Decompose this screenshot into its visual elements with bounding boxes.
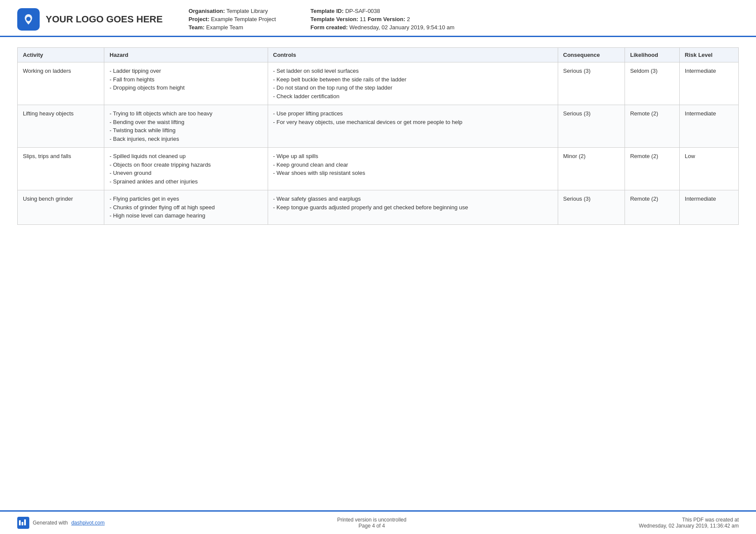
header: YOUR LOGO GOES HERE Organisation: Templa… xyxy=(0,0,756,37)
pdf-label: This PDF was created at xyxy=(639,517,739,523)
cell-activity: Lifting heavy objects xyxy=(18,105,104,148)
logo-text: YOUR LOGO GOES HERE xyxy=(46,14,162,25)
project-row: Project: Example Template Project xyxy=(188,16,276,22)
cell-activity: Slips, trips and falls xyxy=(18,148,104,190)
cell-likelihood: Remote (2) xyxy=(625,105,679,148)
footer-center: Printed version is uncontrolled Page 4 o… xyxy=(337,517,406,529)
table-row: Lifting heavy objects- Trying to lift ob… xyxy=(18,105,739,148)
org-value: Template Library xyxy=(226,8,268,14)
form-created-label: Form created: xyxy=(310,24,348,31)
cell-likelihood: Remote (2) xyxy=(625,148,679,190)
pdf-date: Wednesday, 02 January 2019, 11:36:42 am xyxy=(639,523,739,529)
header-meta: Organisation: Template Library Project: … xyxy=(188,8,739,31)
form-version-label: Form Version: xyxy=(368,16,405,22)
page-info: Page 4 of 4 xyxy=(337,523,406,529)
col-activity: Activity xyxy=(18,48,104,62)
form-version-value: 2 xyxy=(407,16,410,22)
table-row: Using bench grinder- Flying particles ge… xyxy=(18,190,739,225)
cell-consequence: Minor (2) xyxy=(558,148,625,190)
dashpivot-icon xyxy=(17,517,29,529)
cell-risk_level: Intermediate xyxy=(679,190,738,225)
svg-rect-2 xyxy=(19,520,21,525)
logo-area: YOUR LOGO GOES HERE xyxy=(17,8,162,31)
cell-activity: Working on ladders xyxy=(18,62,104,105)
risk-table: Activity Hazard Controls Consequence Lik… xyxy=(17,47,739,225)
cell-hazard: - Spilled liquids not cleaned up- Object… xyxy=(104,148,268,190)
cell-controls: - Wear safety glasses and earplugs- Keep… xyxy=(268,190,558,225)
main-content: Activity Hazard Controls Consequence Lik… xyxy=(0,37,756,510)
cell-controls: - Set ladder on solid level surfaces- Ke… xyxy=(268,62,558,105)
cell-hazard: - Ladder tipping over- Fall from heights… xyxy=(104,62,268,105)
svg-rect-4 xyxy=(24,519,26,525)
footer: Generated with dashpivot.com Printed ver… xyxy=(0,510,756,534)
cell-consequence: Serious (3) xyxy=(558,190,625,225)
template-id-label: Template ID: xyxy=(310,8,344,14)
cell-activity: Using bench grinder xyxy=(18,190,104,225)
form-created-row: Form created: Wednesday, 02 January 2019… xyxy=(310,24,454,31)
cell-consequence: Serious (3) xyxy=(558,105,625,148)
cell-controls: - Use proper lifting practices- For very… xyxy=(268,105,558,148)
meta-col-left: Organisation: Template Library Project: … xyxy=(188,8,276,31)
project-value: Example Template Project xyxy=(211,16,276,22)
meta-col-right: Template ID: DP-SAF-0038 Template Versio… xyxy=(310,8,454,31)
col-consequence: Consequence xyxy=(558,48,625,62)
col-hazard: Hazard xyxy=(104,48,268,62)
footer-right: This PDF was created at Wednesday, 02 Ja… xyxy=(639,517,739,529)
template-id-value: DP-SAF-0038 xyxy=(345,8,380,14)
team-row: Team: Example Team xyxy=(188,24,276,31)
team-value: Example Team xyxy=(206,24,243,31)
team-label: Team: xyxy=(188,24,204,31)
table-row: Slips, trips and falls- Spilled liquids … xyxy=(18,148,739,190)
org-row: Organisation: Template Library xyxy=(188,8,276,14)
logo-icon xyxy=(17,8,40,31)
cell-risk_level: Intermediate xyxy=(679,62,738,105)
printed-label: Printed version is uncontrolled xyxy=(337,517,406,523)
cell-consequence: Serious (3) xyxy=(558,62,625,105)
form-created-value: Wednesday, 02 January 2019, 9:54:10 am xyxy=(350,24,455,31)
version-row: Template Version: 11 Form Version: 2 xyxy=(310,16,454,22)
table-header-row: Activity Hazard Controls Consequence Lik… xyxy=(18,48,739,62)
template-id-row: Template ID: DP-SAF-0038 xyxy=(310,8,454,14)
cell-likelihood: Remote (2) xyxy=(625,190,679,225)
cell-hazard: - Trying to lift objects which are too h… xyxy=(104,105,268,148)
col-likelihood: Likelihood xyxy=(625,48,679,62)
generated-link[interactable]: dashpivot.com xyxy=(71,520,104,526)
generated-label: Generated with xyxy=(33,520,68,526)
svg-point-0 xyxy=(26,17,31,21)
project-label: Project: xyxy=(188,16,209,22)
table-row: Working on ladders- Ladder tipping over-… xyxy=(18,62,739,105)
cell-likelihood: Seldom (3) xyxy=(625,62,679,105)
template-version-value: 11 xyxy=(360,16,366,22)
cell-controls: - Wipe up all spills- Keep ground clean … xyxy=(268,148,558,190)
cell-risk_level: Low xyxy=(679,148,738,190)
col-risk-level: Risk Level xyxy=(679,48,738,62)
cell-risk_level: Intermediate xyxy=(679,105,738,148)
template-version-label: Template Version: xyxy=(310,16,358,22)
col-controls: Controls xyxy=(268,48,558,62)
svg-rect-3 xyxy=(22,522,23,525)
cell-hazard: - Flying particles get in eyes- Chunks o… xyxy=(104,190,268,225)
org-label: Organisation: xyxy=(188,8,225,14)
footer-left: Generated with dashpivot.com xyxy=(17,517,105,529)
